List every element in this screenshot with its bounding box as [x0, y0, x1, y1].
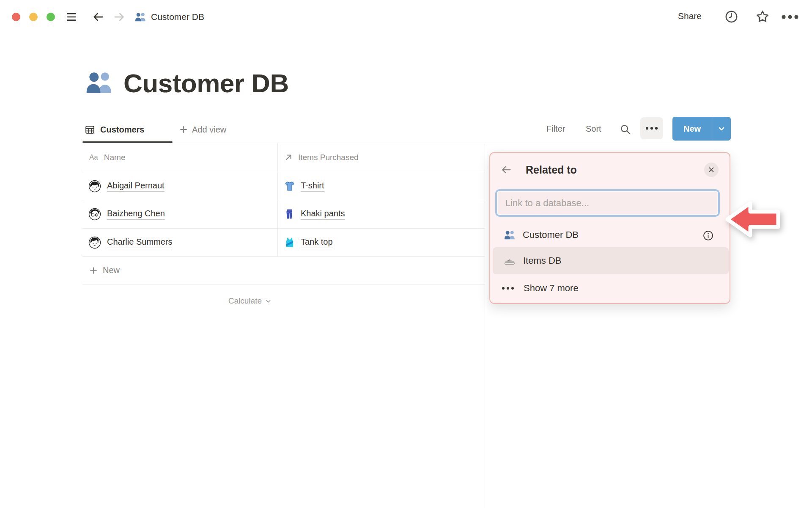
hamburger-icon: [65, 11, 78, 22]
chevron-down-icon: [265, 298, 272, 304]
table-view-icon: [85, 124, 95, 135]
popup-back-button[interactable]: [498, 162, 515, 177]
active-tab-underline: [82, 141, 173, 143]
table-row[interactable]: Charlie Summers Tank top: [82, 229, 485, 257]
chevron-down-icon: [718, 125, 725, 133]
traffic-light-minimize[interactable]: [29, 13, 38, 21]
new-record-dropdown-button[interactable]: [712, 117, 731, 141]
database-option-label: Items DB: [523, 255, 561, 266]
name-cell[interactable]: Baizheng Chen: [82, 200, 278, 228]
people-icon[interactable]: [85, 69, 112, 97]
show-more-label: Show 7 more: [524, 283, 579, 294]
new-button-label: New: [683, 124, 701, 134]
plus-icon: [179, 125, 188, 134]
column-header-label: Items Purchased: [298, 153, 359, 162]
related-item-link[interactable]: T-shirt: [301, 181, 324, 192]
table-header-row: Aa Name Items Purchased: [82, 143, 485, 172]
add-view-button[interactable]: Add view: [179, 120, 226, 139]
page-header: Customer DB: [85, 64, 289, 102]
column-header-name[interactable]: Aa Name: [82, 143, 278, 172]
arrow-left-icon: [92, 11, 104, 23]
link-database-input[interactable]: [497, 191, 718, 215]
record-name-link[interactable]: Baizheng Chen: [107, 209, 165, 220]
items-cell[interactable]: T-shirt: [278, 172, 485, 200]
name-cell[interactable]: Charlie Summers: [82, 229, 278, 256]
view-tab-customers[interactable]: Customers: [85, 120, 144, 139]
view-options-button[interactable]: [640, 117, 663, 139]
new-record-button[interactable]: New: [672, 117, 712, 141]
column-header-items[interactable]: Items Purchased: [278, 143, 485, 172]
traffic-light-zoom[interactable]: [47, 13, 55, 21]
avatar: [88, 180, 101, 193]
table-row[interactable]: Abigail Pernaut T-shirt: [82, 172, 485, 200]
database-option-customer-db[interactable]: Customer DB: [493, 223, 729, 247]
people-icon: [504, 229, 515, 241]
breadcrumb-title: Customer DB: [151, 12, 204, 22]
sort-button[interactable]: Sort: [586, 124, 601, 134]
info-icon: [702, 230, 714, 241]
tutorial-arrow-left-icon: [724, 199, 783, 240]
ellipsis-icon: [645, 127, 658, 130]
new-record-split-button[interactable]: New: [672, 117, 731, 141]
traffic-light-close[interactable]: [12, 13, 20, 21]
show-more-button[interactable]: Show 7 more: [493, 278, 729, 299]
items-cell[interactable]: Khaki pants: [278, 200, 485, 228]
calculate-button[interactable]: Calculate: [82, 289, 272, 313]
view-tab-label: Customers: [100, 125, 144, 135]
arrow-left-icon: [500, 164, 512, 176]
text-property-icon: Aa: [89, 154, 98, 162]
table-new-row-button[interactable]: New: [82, 257, 485, 284]
close-icon: [708, 166, 715, 173]
add-view-label: Add view: [192, 125, 226, 135]
share-button[interactable]: Share: [678, 11, 702, 21]
clock-icon: [724, 10, 738, 24]
favorite-button[interactable]: [754, 8, 771, 25]
record-name-link[interactable]: Abigail Pernaut: [107, 181, 165, 192]
related-item-link[interactable]: Khaki pants: [301, 209, 345, 220]
arrow-right-icon: [113, 11, 126, 23]
database-option-label: Customer DB: [523, 229, 579, 240]
sneaker-icon: [504, 255, 516, 267]
name-cell[interactable]: Abigail Pernaut: [82, 172, 278, 200]
breadcrumb[interactable]: Customer DB: [134, 10, 204, 24]
avatar: [88, 208, 101, 221]
avatar: [88, 236, 101, 249]
calculate-label: Calculate: [228, 296, 262, 306]
tanktop-icon: [284, 237, 296, 248]
popup-title: Related to: [526, 164, 577, 176]
relation-arrow-icon: [284, 153, 293, 162]
ellipsis-icon: [781, 14, 799, 19]
jeans-icon: [284, 208, 296, 220]
sidebar-menu-button[interactable]: [64, 10, 79, 24]
items-cell[interactable]: Tank top: [278, 229, 485, 256]
window-topbar: Customer DB Share: [0, 0, 812, 34]
database-info-button[interactable]: [702, 229, 714, 242]
page-title: Customer DB: [123, 68, 289, 98]
search-database-button[interactable]: [617, 121, 634, 137]
popup-close-button[interactable]: [704, 163, 719, 177]
people-icon: [134, 11, 146, 23]
new-row-label: New: [103, 265, 120, 275]
filter-button[interactable]: Filter: [546, 124, 565, 134]
table-row[interactable]: Baizheng Chen Khaki pants: [82, 200, 485, 229]
tshirt-icon: [284, 180, 296, 192]
search-icon: [620, 124, 631, 135]
column-header-label: Name: [104, 153, 126, 162]
more-options-button[interactable]: [779, 10, 801, 24]
ellipsis-icon: [502, 287, 516, 290]
related-item-link[interactable]: Tank top: [301, 237, 333, 248]
database-option-items-db[interactable]: Items DB: [493, 247, 729, 274]
related-to-popup: Related to Customer DB Items DB: [489, 152, 730, 304]
link-database-search[interactable]: [495, 189, 720, 217]
record-name-link[interactable]: Charlie Summers: [107, 237, 172, 248]
notion-window: Customer DB Share Customer DB Customers: [0, 0, 812, 508]
plus-icon: [89, 266, 98, 275]
nav-forward-button[interactable]: [112, 9, 127, 25]
star-icon: [755, 9, 770, 24]
history-button[interactable]: [723, 8, 739, 25]
nav-back-button[interactable]: [91, 9, 106, 25]
